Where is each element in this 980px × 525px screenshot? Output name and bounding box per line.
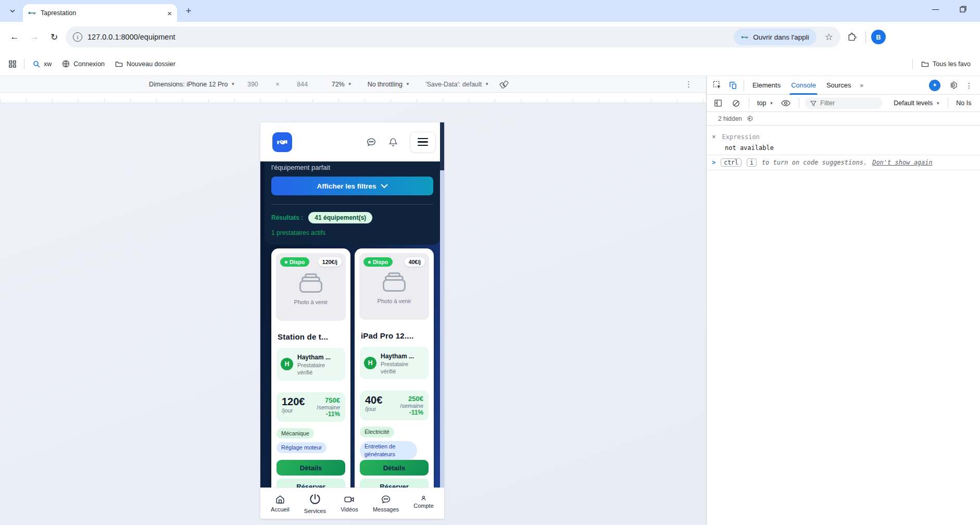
scrollbar-thumb[interactable]: [440, 122, 444, 170]
chevron-down-icon: ▼: [936, 101, 940, 106]
devtools-menu-icon[interactable]: ⋮: [965, 81, 973, 90]
filter-input[interactable]: [820, 99, 872, 107]
ai-assistant-icon[interactable]: ✦: [929, 80, 940, 91]
issues-counter[interactable]: No Is: [954, 98, 973, 108]
viewport-height-input[interactable]: 844: [291, 81, 314, 88]
availability-badge: Dispo: [280, 257, 309, 267]
profile-avatar[interactable]: B: [871, 30, 886, 44]
price-per-day: 120€: [282, 396, 305, 407]
back-button[interactable]: ←: [6, 29, 23, 45]
service-tag: Entretien de générateurs: [360, 441, 417, 460]
console-filter[interactable]: [805, 97, 882, 109]
apps-grid-icon[interactable]: [5, 57, 20, 71]
details-button[interactable]: Détails: [277, 460, 345, 476]
notifications-bell-icon[interactable]: [388, 137, 398, 147]
nav-item-accueil[interactable]: Accueil: [271, 494, 289, 512]
nav-label: Messages: [373, 506, 399, 512]
clear-console-icon[interactable]: [728, 96, 743, 110]
nav-label: Services: [304, 508, 326, 514]
forward-button[interactable]: →: [26, 29, 43, 45]
device-selector[interactable]: Dimensions: iPhone 12 Pro ▼: [147, 79, 237, 90]
chevron-down-icon: [9, 8, 16, 14]
url-text[interactable]: 127.0.0.1:8000/equipment: [87, 33, 728, 41]
inspect-element-icon[interactable]: [710, 79, 724, 92]
equipment-title: Station de t...: [278, 332, 344, 341]
context-selector[interactable]: top ▼: [755, 98, 775, 108]
minimize-button[interactable]: —: [932, 5, 939, 13]
tab-search-button[interactable]: [5, 4, 20, 18]
nav-item-compte[interactable]: Compte: [413, 495, 434, 509]
device-toolbar-more-icon[interactable]: ⋮: [685, 80, 693, 89]
devtools-separator: [749, 98, 749, 108]
provider-name: Haytham ...: [297, 354, 331, 361]
expression-placeholder[interactable]: Expression: [722, 133, 760, 141]
photo-placeholder: Dispo 40€/j Photo à venir: [359, 253, 429, 320]
settings-gear-icon[interactable]: [946, 79, 960, 92]
log-levels-selector[interactable]: Default levels ▼: [891, 98, 942, 108]
nav-item-videos[interactable]: Vidéos: [341, 494, 358, 512]
throttling-selector[interactable]: No throttling ▼: [366, 79, 412, 90]
discount-label: -11%: [317, 410, 340, 418]
rotate-device-icon[interactable]: [499, 80, 509, 89]
address-bar[interactable]: i 127.0.0.1:8000/equipment Ouvrir dans l…: [66, 27, 840, 47]
console-toolbar: top ▼ Default levels ▼ No Is: [707, 95, 980, 112]
bookmark-star-icon[interactable]: ☆: [822, 31, 836, 43]
tab-console[interactable]: Console: [786, 76, 821, 95]
chevron-down-icon: ▼: [769, 101, 773, 106]
dot-icon: [285, 261, 287, 264]
photo-caption: Photo à venir: [378, 298, 411, 304]
tab-sources[interactable]: Sources: [822, 76, 856, 95]
per-day-label: /jour: [282, 407, 305, 414]
device-selector-label: Dimensions: iPhone 12 Pro: [149, 81, 228, 88]
bookmark-item-connexion[interactable]: Connexion: [58, 58, 109, 70]
provider-box: H Haytham ... Prestataire vérifié: [360, 347, 429, 380]
new-tab-button[interactable]: +: [181, 4, 196, 18]
category-tag: Électricité: [360, 427, 394, 438]
devtools-separator: [948, 98, 948, 108]
per-week-label: /semaine: [317, 404, 340, 410]
console-hint-row: > ctrl i to turn on code suggestions. Do…: [707, 155, 980, 170]
close-expression-icon[interactable]: ×: [712, 133, 716, 141]
video-camera-icon: [344, 494, 355, 505]
all-bookmarks-folder[interactable]: Tous les favo: [917, 58, 975, 70]
save-data-selector[interactable]: 'Save-Data': default ▼: [423, 79, 491, 90]
extensions-icon[interactable]: [844, 29, 860, 45]
console-prompt-icon: >: [712, 159, 715, 166]
account-icon: [421, 495, 426, 501]
site-info-icon[interactable]: i: [73, 32, 82, 42]
filter-settings-gear-icon[interactable]: [746, 115, 753, 122]
photo-placeholder: Dispo 120€/j Photo à venir: [276, 253, 346, 321]
nav-item-services[interactable]: Services: [304, 493, 326, 514]
restore-button[interactable]: [960, 6, 966, 12]
more-tabs-icon[interactable]: »: [857, 82, 867, 89]
live-expression-eye-icon[interactable]: [778, 96, 793, 110]
window-controls: —: [932, 0, 966, 18]
open-in-app-button[interactable]: Ouvrir dans l'appli: [734, 29, 816, 45]
tab-elements[interactable]: Elements: [748, 76, 785, 95]
context-value: top: [757, 99, 766, 107]
reload-button[interactable]: ↻: [46, 29, 62, 45]
device-emulation-area: Dimensions: iPhone 12 Pro ▼ 390 × 844 72…: [0, 76, 706, 525]
details-button[interactable]: Détails: [360, 460, 429, 476]
bookmark-item-xw[interactable]: xw: [29, 58, 56, 70]
viewport-width-input[interactable]: 390: [241, 81, 264, 88]
dont-show-again-link[interactable]: Don't show again: [872, 159, 933, 166]
browser-tab[interactable]: Taprestation ×: [23, 4, 177, 22]
chevron-down-icon: ▼: [485, 82, 489, 86]
device-toolbar-toggle-icon[interactable]: [725, 79, 740, 92]
app-logo[interactable]: [272, 132, 292, 152]
provider-box: H Haytham ... Prestataire vérifié: [277, 348, 345, 381]
nav-item-messages[interactable]: Messages: [373, 494, 399, 512]
hero-heading: l'équipement parfait: [271, 164, 433, 171]
hidden-count-label: 2 hidden: [718, 115, 742, 122]
show-filters-button[interactable]: Afficher les filtres: [271, 177, 433, 195]
zoom-selector[interactable]: 72% ▼: [330, 79, 354, 90]
menu-button[interactable]: [410, 132, 436, 153]
page-scrollbar[interactable]: [440, 122, 444, 488]
tab-close-icon[interactable]: ×: [167, 9, 172, 17]
hero-divider: [271, 204, 433, 205]
console-sidebar-toggle-icon[interactable]: [711, 96, 725, 110]
tab-strip: Taprestation × + —: [0, 0, 980, 22]
chat-icon[interactable]: [366, 137, 376, 147]
bookmark-item-nouveau-dossier[interactable]: Nouveau dossier: [111, 58, 180, 70]
